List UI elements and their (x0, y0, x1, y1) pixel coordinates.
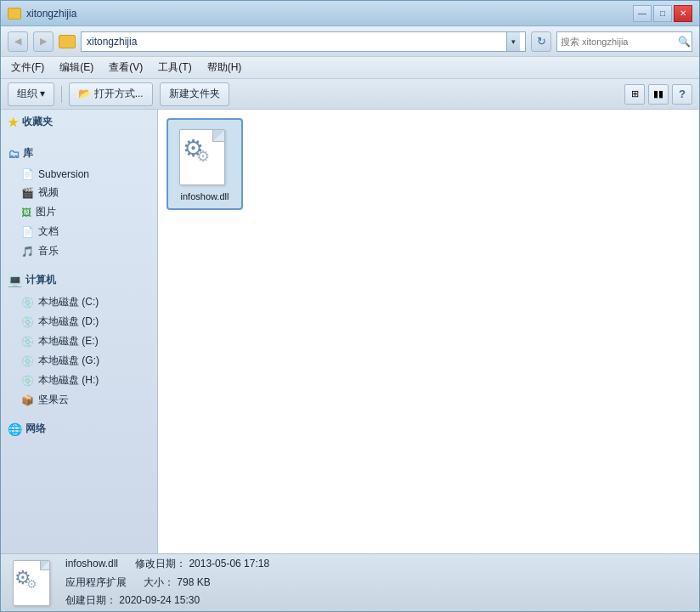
library-label: 库 (23, 146, 33, 161)
refresh-button[interactable]: ↻ (531, 31, 551, 52)
status-modified: 修改日期： 2013-05-06 17:18 (135, 555, 269, 574)
status-size: 大小： 798 KB (144, 574, 211, 592)
status-gear-small: ⚙ (26, 577, 37, 591)
video-icon: 🎬 (21, 187, 34, 199)
computer-icon: 💻 (8, 274, 22, 287)
menu-tools[interactable]: 工具(T) (151, 59, 198, 76)
computer-label: 计算机 (25, 273, 56, 287)
sidebar-item-drive-c[interactable]: 💿 本地磁盘 (C:) (1, 292, 157, 312)
sidebar-item-doc[interactable]: 📄 文档 (1, 222, 157, 241)
main-content: ★ 收藏夹 🗂 库 📄 Subversion 🎬 视频 🖼 图片 (1, 110, 699, 553)
status-bar: ⚙ ⚙ infoshow.dll 修改日期： 2013-05-06 17:18 … (1, 553, 699, 611)
close-button[interactable]: ✕ (674, 5, 692, 22)
open-with-button[interactable]: 📂 打开方式... (69, 82, 152, 106)
search-bar: 🔍 (556, 31, 692, 52)
modified-value: 2013-05-06 17:18 (189, 558, 269, 570)
sidebar-label-drive-c: 本地磁盘 (C:) (38, 295, 99, 309)
sidebar-label-doc: 文档 (38, 224, 59, 239)
address-folder-icon (59, 35, 76, 48)
sidebar-label-subversion: Subversion (38, 168, 89, 180)
sidebar-item-drive-e[interactable]: 💿 本地磁盘 (E:) (1, 332, 157, 351)
toolbar: 组织 ▾ 📂 打开方式... 新建文件夹 ⊞ ▮▮ ? (1, 79, 699, 110)
drive-c-icon: 💿 (21, 297, 34, 309)
sidebar-item-image[interactable]: 🖼 图片 (1, 202, 157, 222)
status-file-icon: ⚙ ⚙ (11, 558, 55, 608)
sidebar-item-drive-g[interactable]: 💿 本地磁盘 (G:) (1, 351, 157, 371)
toolbar-right: ⊞ ▮▮ ? (624, 84, 692, 105)
view-options-button[interactable]: ⊞ (624, 84, 645, 105)
back-button[interactable]: ◀ (8, 31, 28, 52)
drive-e-icon: 💿 (21, 336, 34, 348)
created-label: 创建日期： (65, 594, 116, 606)
favorites-label: 收藏夹 (22, 115, 53, 129)
help-button[interactable]: ? (672, 84, 692, 105)
menu-bar: 文件(F) 编辑(E) 查看(V) 工具(T) 帮助(H) (1, 57, 699, 79)
menu-edit[interactable]: 编辑(E) (53, 59, 100, 76)
title-controls: — □ ✕ (633, 5, 692, 22)
sidebar-item-drive-h[interactable]: 💿 本地磁盘 (H:) (1, 371, 157, 390)
status-row-2: 应用程序扩展 大小： 798 KB (65, 574, 269, 592)
size-label: 大小： (144, 576, 174, 588)
title-bar-left: xitongzhijia (8, 8, 76, 20)
size-value: 798 KB (177, 576, 210, 588)
library-icon: 🗂 (8, 147, 20, 161)
toolbar-separator (61, 86, 62, 103)
created-value: 2020-09-24 15:30 (119, 594, 200, 606)
sidebar-label-cloud: 坚果云 (38, 393, 69, 407)
title-folder-icon (8, 8, 21, 20)
minimize-button[interactable]: — (633, 5, 652, 22)
drive-h-icon: 💿 (21, 375, 34, 387)
dll-page-corner (212, 130, 224, 142)
status-row-3: 创建日期： 2020-09-24 15:30 (65, 592, 269, 610)
sidebar-network-header[interactable]: 🌐 网络 (1, 416, 157, 441)
sidebar-item-drive-d[interactable]: 💿 本地磁盘 (D:) (1, 312, 157, 332)
sidebar-item-cloud[interactable]: 📦 坚果云 (1, 390, 157, 410)
sidebar-label-drive-g: 本地磁盘 (G:) (38, 354, 99, 368)
title-text: xitongzhijia (26, 8, 76, 20)
favorites-icon: ★ (8, 116, 19, 129)
status-filename: infoshow.dll (65, 555, 118, 574)
sidebar: ★ 收藏夹 🗂 库 📄 Subversion 🎬 视频 🖼 图片 (1, 110, 158, 553)
view-toggle-button[interactable]: ▮▮ (648, 84, 669, 105)
sidebar-label-drive-h: 本地磁盘 (H:) (38, 373, 99, 388)
sidebar-item-music[interactable]: 🎵 音乐 (1, 241, 157, 261)
cloud-icon: 📦 (21, 394, 34, 406)
music-icon: 🎵 (21, 246, 34, 258)
status-created: 创建日期： 2020-09-24 15:30 (65, 592, 200, 610)
status-page-corner (40, 561, 49, 570)
gear-small-icon: ⚙ (196, 149, 210, 164)
sidebar-label-video: 视频 (38, 185, 59, 200)
subversion-icon: 📄 (21, 168, 34, 180)
status-type: 应用程序扩展 (65, 574, 127, 592)
window: xitongzhijia — □ ✕ ◀ ▶ xitongzhijia ▾ ↻ … (0, 0, 700, 612)
image-icon: 🖼 (21, 207, 31, 218)
address-text: xitongzhijia (87, 36, 506, 48)
sidebar-item-video[interactable]: 🎬 视频 (1, 183, 157, 202)
drive-g-icon: 💿 (21, 355, 34, 367)
organize-button[interactable]: 组织 ▾ (8, 82, 54, 106)
modified-label: 修改日期： (135, 558, 186, 570)
doc-icon: 📄 (21, 226, 34, 238)
address-bar[interactable]: xitongzhijia ▾ (81, 31, 526, 52)
status-info: infoshow.dll 修改日期： 2013-05-06 17:18 应用程序… (65, 555, 269, 610)
maximize-button[interactable]: □ (653, 5, 672, 22)
search-input[interactable] (561, 37, 678, 47)
file-label: infoshow.dll (181, 191, 229, 201)
drive-d-icon: 💿 (21, 316, 34, 328)
network-icon: 🌐 (8, 422, 22, 436)
menu-view[interactable]: 查看(V) (102, 59, 150, 76)
forward-button[interactable]: ▶ (33, 31, 54, 52)
menu-help[interactable]: 帮助(H) (200, 59, 249, 76)
new-folder-button[interactable]: 新建文件夹 (160, 82, 229, 106)
network-label: 网络 (25, 422, 46, 436)
nav-bar: ◀ ▶ xitongzhijia ▾ ↻ 🔍 (1, 26, 699, 57)
file-item-dll[interactable]: ⚙ ⚙ infoshow.dll (167, 118, 243, 210)
sidebar-library-header: 🗂 库 (1, 141, 157, 166)
sidebar-label-music: 音乐 (38, 244, 59, 258)
sidebar-item-subversion[interactable]: 📄 Subversion (1, 166, 157, 183)
title-bar: xitongzhijia — □ ✕ (1, 1, 699, 26)
menu-file[interactable]: 文件(F) (4, 59, 51, 76)
status-row-1: infoshow.dll 修改日期： 2013-05-06 17:18 (65, 555, 269, 574)
search-icon[interactable]: 🔍 (678, 36, 691, 48)
address-dropdown[interactable]: ▾ (506, 32, 520, 51)
